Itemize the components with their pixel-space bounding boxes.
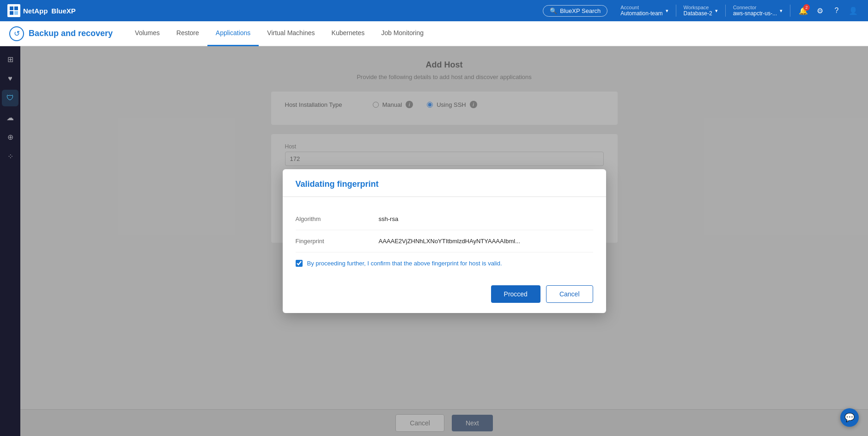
cloud-icon: ☁ xyxy=(6,113,14,122)
page-title: Backup and recovery xyxy=(29,29,113,38)
chat-button[interactable]: 💬 xyxy=(840,408,859,427)
modal-overlay: Validating fingerprint Algorithm ssh-rsa… xyxy=(20,46,868,436)
top-navbar: NetApp BlueXP 🔍 BlueXP Search Account Au… xyxy=(0,0,868,21)
netapp-logo: NetApp xyxy=(7,4,48,17)
sidebar-item-protection[interactable]: 🛡 xyxy=(2,90,18,106)
netapp-label: NetApp xyxy=(23,7,48,15)
proceed-button[interactable]: Procced xyxy=(491,285,540,303)
workspace-value: Database-2 xyxy=(684,10,712,17)
sidebar-item-dashboard[interactable]: ⊞ xyxy=(2,51,18,68)
modal-header: Validating fingerprint xyxy=(283,169,606,197)
bluexp-brand: BlueXP xyxy=(51,7,76,15)
topbar-icons: 🔔 2 ⚙ ? 👤 xyxy=(790,3,861,18)
fingerprint-row: Fingerprint AAAAE2VjZHNhLXNoYTItbmlzdHAy… xyxy=(296,230,593,252)
search-icon: 🔍 xyxy=(550,7,557,14)
main-layout: ⊞ ♥ 🛡 ☁ ⊕ ⁘ Add Host Provide the followi… xyxy=(0,46,868,436)
connector-value: aws-snapctr-us-... xyxy=(733,10,777,17)
workspace-section[interactable]: Workspace Database-2 ▾ xyxy=(676,5,726,17)
workspace-label: Workspace xyxy=(684,5,712,10)
modal-cancel-button[interactable]: Cancel xyxy=(546,285,593,303)
confirm-checkbox-label: By proceeding further, I confirm that th… xyxy=(307,260,502,267)
modal-body: Algorithm ssh-rsa Fingerprint AAAAE2VjZH… xyxy=(283,197,606,278)
tab-kubernetes[interactable]: Kubernetes xyxy=(323,21,373,46)
connector-info: Connector aws-snapctr-us-... xyxy=(733,5,777,17)
algorithm-row: Algorithm ssh-rsa xyxy=(296,208,593,230)
fingerprint-value: AAAAE2VjZHNhLXNoYTItbmlzdHAyNTYAAAAIbml.… xyxy=(379,238,521,245)
brand-section: NetApp BlueXP xyxy=(7,4,76,17)
backup-recovery-icon: ↺ xyxy=(9,26,24,41)
notifications-button[interactable]: 🔔 2 xyxy=(796,3,811,18)
subheader: ↺ Backup and recovery Volumes Restore Ap… xyxy=(0,21,868,46)
netapp-logo-icon xyxy=(7,4,20,17)
modal-footer: Procced Cancel xyxy=(283,278,606,313)
checkbox-label-static: By proceeding further, I confirm that th… xyxy=(307,260,469,267)
topbar-right: Account Automation-team ▾ Workspace Data… xyxy=(613,3,861,18)
nodes-icon: ⁘ xyxy=(7,152,13,161)
workspace-info: Workspace Database-2 xyxy=(684,5,712,17)
svg-rect-1 xyxy=(14,6,18,10)
svg-rect-0 xyxy=(10,6,13,10)
chat-icon: 💬 xyxy=(844,412,855,423)
account-section[interactable]: Account Automation-team ▾ xyxy=(613,5,676,17)
tab-virtual-machines[interactable]: Virtual Machines xyxy=(259,21,323,46)
account-chevron-icon: ▾ xyxy=(666,8,668,14)
sidebar-item-globe[interactable]: ⊕ xyxy=(2,129,18,145)
user-button[interactable]: 👤 xyxy=(846,3,861,18)
subheader-brand: ↺ Backup and recovery xyxy=(9,26,113,41)
account-info: Account Automation-team xyxy=(620,5,662,17)
svg-rect-3 xyxy=(14,11,18,15)
dashboard-icon: ⊞ xyxy=(7,55,13,64)
main-content: Add Host Provide the following details t… xyxy=(20,46,868,436)
help-button[interactable]: ? xyxy=(829,3,844,18)
svg-rect-2 xyxy=(10,11,13,15)
account-value: Automation-team xyxy=(620,10,662,17)
sidebar: ⊞ ♥ 🛡 ☁ ⊕ ⁘ xyxy=(0,46,20,436)
fingerprint-label: Fingerprint xyxy=(296,238,370,245)
connector-label: Connector xyxy=(733,5,777,10)
sidebar-item-storage[interactable]: ☁ xyxy=(2,109,18,126)
confirm-checkbox-row: By proceeding further, I confirm that th… xyxy=(296,252,593,267)
tab-job-monitoring[interactable]: Job Monitoring xyxy=(373,21,432,46)
search-label: BlueXP Search xyxy=(560,7,601,14)
account-label: Account xyxy=(620,5,662,10)
workspace-chevron-icon: ▾ xyxy=(715,8,718,14)
shield-icon: 🛡 xyxy=(6,94,14,102)
checkbox-label-link: host xyxy=(469,260,480,267)
algorithm-value: ssh-rsa xyxy=(379,215,399,222)
connector-section[interactable]: Connector aws-snapctr-us-... ▾ xyxy=(726,5,790,17)
health-icon: ♥ xyxy=(8,74,12,83)
sidebar-item-nodes[interactable]: ⁘ xyxy=(2,148,18,165)
fingerprint-modal: Validating fingerprint Algorithm ssh-rsa… xyxy=(283,169,606,313)
search-button[interactable]: 🔍 BlueXP Search xyxy=(543,5,607,17)
confirm-checkbox[interactable] xyxy=(296,260,303,267)
checkbox-label-end: is valid. xyxy=(480,260,502,267)
settings-button[interactable]: ⚙ xyxy=(813,3,827,18)
nav-tabs: Volumes Restore Applications Virtual Mac… xyxy=(127,21,432,46)
tab-applications[interactable]: Applications xyxy=(207,21,259,46)
tab-volumes[interactable]: Volumes xyxy=(127,21,168,46)
tab-restore[interactable]: Restore xyxy=(168,21,207,46)
modal-title: Validating fingerprint xyxy=(296,179,593,189)
connector-chevron-icon: ▾ xyxy=(780,8,783,14)
globe-icon: ⊕ xyxy=(7,133,13,141)
algorithm-label: Algorithm xyxy=(296,215,370,222)
notification-badge: 2 xyxy=(803,4,810,11)
sidebar-item-health[interactable]: ♥ xyxy=(2,70,18,87)
